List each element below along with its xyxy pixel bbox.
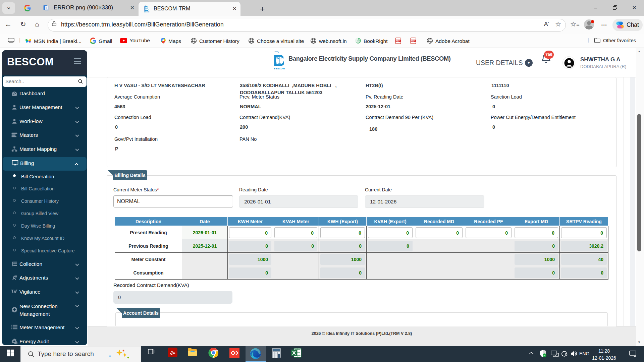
svg-text:PDF: PDF xyxy=(411,40,415,42)
svg-text:BESCOM: BESCOM xyxy=(274,67,285,70)
svg-text:BESCOM: BESCOM xyxy=(144,11,149,13)
svg-text:PDF: PDF xyxy=(396,40,400,42)
